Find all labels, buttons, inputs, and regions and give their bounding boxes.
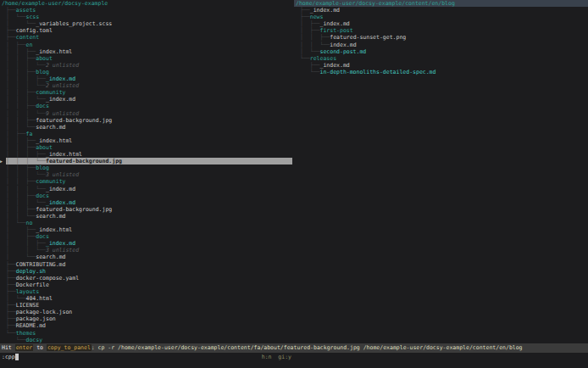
- tree-branch-lines: └──: [6, 330, 16, 337]
- tree-entry-name: _index.md: [46, 75, 75, 82]
- tree-row[interactable]: ▶├──LICENSE: [6, 302, 292, 309]
- tree-branch-lines: │ │ │ └──: [6, 82, 46, 89]
- tree-row[interactable]: ▶└──releases: [300, 55, 586, 62]
- right-file-tree: ▶├──_index.md▶├──news▶│ ├──_index.md▶│ ├…: [300, 7, 586, 75]
- tree-row[interactable]: ▶│ └──second-post.md: [300, 48, 586, 55]
- tree-entry-name: blog: [36, 69, 49, 75]
- tree-entry-name: featured-background.jpg: [36, 117, 112, 124]
- tree-row[interactable]: ▶├──assets: [6, 7, 292, 14]
- tree-row[interactable]: ▶ ├──_index.md: [300, 62, 586, 69]
- tree-branch-lines: │ │ ├──: [6, 48, 36, 55]
- tree-branch-lines: ├──: [300, 62, 319, 69]
- tree-row[interactable]: ▶├──CONTRIBUTING.md: [6, 261, 292, 268]
- tree-panel-right: /home/example-user/docsy-example/content…: [294, 0, 588, 343]
- tree-entry-name: fa: [25, 131, 32, 137]
- tree-row[interactable]: ▶│ │ ├──_index.html: [6, 137, 292, 144]
- tree-row[interactable]: ▶└──themes: [6, 330, 292, 337]
- tree-branch-lines: │ │ │ └──: [6, 110, 46, 117]
- tree-branch-lines: │ │ │ └──: [6, 62, 46, 69]
- tree-entry-name: deploy.sh: [16, 268, 46, 275]
- tree-row[interactable]: ▶│ │ │ └──2 unlisted: [6, 62, 292, 69]
- tree-row[interactable]: ▶ └──docsy: [6, 337, 292, 343]
- command-input[interactable]: :cpph:n gi:y: [0, 353, 588, 362]
- tree-row[interactable]: ▶│ │ │ └──9 unlisted: [6, 110, 292, 117]
- tree-entry-name: docs: [36, 103, 49, 109]
- tree-row[interactable]: ▶│ │ │ └──_index.md: [6, 199, 292, 206]
- tree-row[interactable]: ▶│ │ │ ├──_index.html: [6, 151, 292, 158]
- tree-entry-name: news: [310, 14, 324, 20]
- tree-row[interactable]: ▶│ │ ├──blog: [6, 69, 292, 75]
- tree-row[interactable]: ▶│ ├──en: [6, 42, 292, 48]
- left-root-path[interactable]: /home/example-user/docsy-example: [0, 0, 294, 7]
- tree-row[interactable]: ▶│ │ ├──docs: [6, 103, 292, 109]
- tree-entry-name: search.md: [36, 124, 65, 131]
- tree-row[interactable]: ▶├──Dockerfile: [6, 282, 292, 288]
- tree-row[interactable]: ▶│ │ │ ├──_index.md: [6, 75, 292, 82]
- tree-entry-name: scss: [25, 14, 39, 20]
- tree-row[interactable]: ▶├──layouts: [6, 288, 292, 295]
- tree-entry-name: featured-background.jpg: [36, 206, 112, 213]
- tree-row[interactable]: ▶│ │ ├──about: [6, 55, 292, 62]
- tree-branch-lines: │ └──: [6, 295, 25, 302]
- tree-branch-lines: │ │ └──: [6, 213, 36, 220]
- tree-branch-lines: ├──: [6, 7, 16, 14]
- tree-entry-name: releases: [310, 55, 336, 62]
- tree-entry-name: CONTRIBUTING.md: [16, 261, 66, 268]
- tree-entry-name: assets: [16, 7, 36, 14]
- tree-row[interactable]: ▶│ │ └──index.md: [300, 42, 586, 48]
- tree-row[interactable]: ▶│ │ ├──community: [6, 178, 292, 185]
- tree-entry-name: docs: [36, 192, 49, 199]
- tree-row[interactable]: ▶│ │ ├──featured-background.jpg: [6, 206, 292, 213]
- tree-row[interactable]: ▶│ │ └──search.md: [6, 124, 292, 131]
- tree-row[interactable]: ▶│ ├──fa: [6, 131, 292, 137]
- tree-row[interactable]: ▶├──README.md: [6, 322, 292, 329]
- tree-row[interactable]: ▶│ └──404.html: [6, 295, 292, 302]
- tree-panel-left: /home/example-user/docsy-example ▶├──ass…: [0, 0, 294, 343]
- tree-branch-lines: │ └──: [300, 48, 319, 55]
- tree-row[interactable]: ▶│ │ ├──featured-sunset-get.png: [300, 34, 586, 41]
- tree-row[interactable]: ▶│ │ │ └──_index.md: [6, 186, 292, 192]
- tree-row[interactable]: ▶│ │ ├──about: [6, 144, 292, 151]
- tree-row[interactable]: ▶├──deploy.sh: [6, 268, 292, 275]
- tree-row[interactable]: ▶├──config.toml: [6, 27, 292, 34]
- tree-row[interactable]: ▶│ │ │ └──2 unlisted: [6, 82, 292, 89]
- tree-row[interactable]: ▶├──content: [6, 34, 292, 41]
- tree-branch-lines: │ │ ├──: [300, 34, 330, 41]
- tree-entry-name: in-depth-monoliths-detailed-spec.md: [319, 69, 435, 75]
- right-root-path[interactable]: /home/example-user/docsy-example/content…: [294, 0, 588, 7]
- tree-row[interactable]: ▶│ │ ├──_index.html: [6, 48, 292, 55]
- tree-entry-name: README.md: [16, 322, 46, 329]
- tree-entry-name: docsy: [25, 337, 42, 343]
- tree-branch-lines: │ │ ├──: [6, 103, 36, 109]
- tree-row[interactable]: ▶├──_index.md: [300, 7, 586, 14]
- tree-row[interactable]: ▶│ │ ├──docs: [6, 192, 292, 199]
- left-file-tree: ▶├──assets▶│ └──scss▶│ └──_variables_pro…: [6, 7, 292, 343]
- tree-branch-lines: │ │ ├──: [6, 137, 36, 144]
- tree-branch-lines: ├──: [300, 7, 310, 14]
- tree-row[interactable]: ▶│ ├──_index.html: [6, 226, 292, 233]
- tree-row[interactable]: ▶│ └──no: [6, 220, 292, 226]
- tree-row[interactable]: ▶│ └──search.md: [6, 254, 292, 260]
- tree-branch-lines: ├──: [6, 34, 16, 41]
- tree-branch-lines: ├──: [6, 275, 16, 282]
- mode-flags: h:n gi:y: [0, 353, 291, 362]
- tree-row[interactable]: ▶│ │ └──search.md: [6, 213, 292, 220]
- tree-entry-name: featured-background.jpg: [46, 158, 122, 164]
- tree-branch-lines: │ │ │ ├──: [6, 151, 46, 158]
- tree-branch-lines: │ │ ├──: [6, 144, 36, 151]
- tree-row[interactable]: ▶│ │ ├──featured-background.jpg: [6, 117, 292, 124]
- tree-branch-lines: │ │ ├──: [6, 117, 36, 124]
- tree-branch-lines: │ │ │ └──: [6, 199, 46, 206]
- tree-entry-name: featured-sunset-get.png: [330, 34, 406, 41]
- tree-row[interactable]: ▶├──docker-compose.yaml: [6, 275, 292, 282]
- tree-entry-name: _index.html: [46, 151, 82, 158]
- tree-entry-name: _index.md: [319, 62, 349, 69]
- tree-branch-lines: │ │ └──: [300, 42, 330, 48]
- tree-row[interactable]: ▶├──package.json: [6, 315, 292, 322]
- tree-entry-name: _index.html: [36, 137, 72, 144]
- tree-row[interactable]: ▶ └──in-depth-monoliths-detailed-spec.md: [300, 69, 586, 75]
- tree-entry-name: community: [36, 178, 65, 185]
- tree-entry-name: _index.md: [46, 199, 75, 206]
- tree-entry-name: 9 unlisted: [46, 110, 79, 117]
- tree-entry-name: 2 unlisted: [46, 82, 79, 89]
